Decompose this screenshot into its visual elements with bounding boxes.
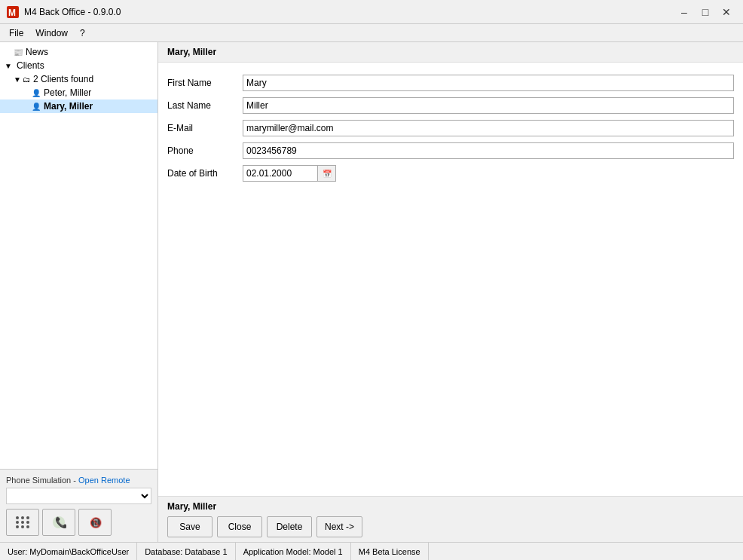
phone-label: Phone (167, 145, 243, 156)
peter-icon: 👤 (32, 89, 41, 97)
phone-input[interactable] (243, 142, 734, 159)
svg-text:📵: 📵 (90, 516, 102, 529)
status-user: User: MyDomain\BackOfficeUser (0, 543, 137, 560)
phone-simulation: Phone Simulation - Open Remote (0, 469, 157, 542)
clients-found-icon: 🗂 (23, 75, 30, 84)
last-name-label: Last Name (167, 100, 243, 111)
menu-window[interactable]: Window (29, 26, 74, 40)
hangup-button[interactable]: 📵 (78, 509, 112, 536)
last-name-row: Last Name (167, 97, 734, 114)
dialpad-button[interactable] (6, 509, 39, 536)
mary-icon: 👤 (32, 103, 41, 111)
calendar-button[interactable]: 📅 (318, 165, 336, 182)
first-name-label: First Name (167, 78, 243, 88)
main-layout: 📰 News ▼ Clients ▼ 🗂 2 Clients found 👤 P… (0, 42, 743, 542)
menu-help[interactable]: ? (74, 26, 91, 40)
next-button[interactable]: Next -> (316, 516, 362, 537)
email-label: E-Mail (167, 123, 243, 133)
email-row: E-Mail (167, 120, 734, 136)
form-panel: Mary, Miller First Name Last Name E-Mail… (158, 42, 743, 542)
sidebar-item-news[interactable]: 📰 News (0, 45, 157, 59)
svg-text:M: M (8, 8, 16, 18)
sidebar-news-label: News (26, 47, 48, 57)
content-area: Mary, Miller First Name Last Name E-Mail… (158, 42, 743, 542)
sidebar-item-peter-miller[interactable]: 👤 Peter, Miller (0, 86, 157, 99)
open-remote-link[interactable]: Open Remote (78, 476, 130, 485)
news-icon: 📰 (14, 48, 23, 57)
close-form-button[interactable]: Close (217, 516, 262, 537)
dob-label: Date of Birth (167, 168, 243, 179)
phone-buttons: 📞 📵 (6, 509, 151, 536)
status-database: Database: Database 1 (137, 543, 235, 560)
menu-bar: File Window ? (0, 24, 743, 42)
calendar-icon: 📅 (323, 170, 332, 178)
tree-area: 📰 News ▼ Clients ▼ 🗂 2 Clients found 👤 P… (0, 42, 157, 469)
clients-found-expand-icon: ▼ (12, 75, 23, 84)
form-footer: Mary, Miller Save Close Delete Next -> (158, 496, 743, 542)
sidebar-item-clients-found[interactable]: ▼ 🗂 2 Clients found (0, 72, 157, 86)
clients-expand-icon: ▼ (3, 62, 14, 70)
first-name-row: First Name (167, 75, 734, 91)
phone-simulation-label: Phone Simulation - Open Remote (6, 476, 151, 485)
call-button[interactable]: 📞 (42, 509, 75, 536)
sidebar-item-mary-miller[interactable]: 👤 Mary, Miller (0, 99, 157, 113)
form-title: Mary, Miller (158, 42, 743, 63)
menu-file[interactable]: File (3, 26, 29, 40)
sidebar-item-clients[interactable]: ▼ Clients (0, 59, 157, 72)
restore-button[interactable]: □ (695, 4, 716, 20)
sidebar-clients-found-label: 2 Clients found (33, 74, 93, 84)
dob-input[interactable] (243, 165, 318, 182)
window-title: M4 Back Office - 0.9.0.0 (24, 7, 674, 17)
first-name-input[interactable] (243, 75, 734, 91)
status-bar: User: MyDomain\BackOfficeUser Database: … (0, 542, 743, 560)
sidebar-peter-label: Peter, Miller (44, 87, 91, 98)
phone-dropdown[interactable] (6, 488, 151, 504)
delete-button[interactable]: Delete (267, 516, 312, 537)
phone-row: Phone (167, 142, 734, 159)
email-input[interactable] (243, 120, 734, 136)
minimize-button[interactable]: – (674, 4, 695, 20)
dob-row: Date of Birth 📅 (167, 165, 734, 182)
sidebar-clients-label: Clients (17, 60, 44, 71)
sidebar-mary-label: Mary, Miller (44, 101, 93, 112)
date-wrapper: 📅 (243, 165, 336, 182)
form-buttons: Save Close Delete Next -> (167, 516, 734, 537)
form-body: First Name Last Name E-Mail Phone Date o… (158, 63, 743, 496)
form-footer-title: Mary, Miller (167, 501, 734, 512)
app-icon: M (6, 5, 20, 19)
save-button[interactable]: Save (167, 516, 213, 537)
sidebar: 📰 News ▼ Clients ▼ 🗂 2 Clients found 👤 P… (0, 42, 158, 542)
title-bar: M M4 Back Office - 0.9.0.0 – □ ✕ (0, 0, 743, 24)
close-button[interactable]: ✕ (716, 4, 737, 20)
status-license: M4 Beta License (351, 543, 429, 560)
status-app-model: Application Model: Model 1 (236, 543, 351, 560)
last-name-input[interactable] (243, 97, 734, 114)
svg-text:📞: 📞 (55, 516, 66, 529)
